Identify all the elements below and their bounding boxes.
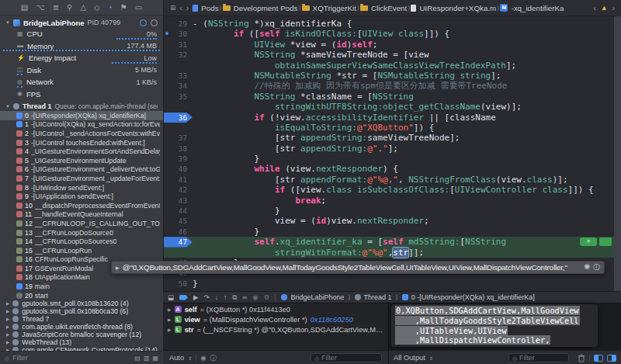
- code-line[interactable]: 32 NSString *sameViewTreeNode = [view: [164, 50, 621, 60]
- back-icon[interactable]: ‹: [180, 4, 182, 12]
- code-line[interactable]: 31 UIView *view = (id)self;: [164, 40, 621, 50]
- thread-row[interactable]: ▶JavaScriptCore bmalloc scavenger (12): [0, 331, 163, 338]
- line-number[interactable]: [164, 123, 193, 133]
- test-navigator-icon[interactable]: ◇: [94, 4, 100, 12]
- code-line[interactable]: 39 }: [164, 154, 621, 164]
- print-description-icon[interactable]: ⓘ: [593, 262, 600, 272]
- thread-row[interactable]: ▶WebThread (13): [0, 338, 163, 346]
- show-console-toggle[interactable]: [607, 355, 616, 362]
- show-running-blocks-icon[interactable]: ▥: [144, 355, 150, 362]
- code-line[interactable]: 40 while (view.nextResponder) {: [164, 164, 621, 174]
- line-number[interactable]: [164, 61, 193, 71]
- show-variables-view-toggle[interactable]: [594, 355, 603, 362]
- code-line[interactable]: 43 break;: [164, 196, 621, 206]
- stack-frame[interactable]: 15__CFRunLoopRun: [0, 246, 163, 255]
- source-control-navigator-icon[interactable]: ⌥: [36, 4, 45, 12]
- breadcrumb-item[interactable]: Pods: [193, 4, 218, 12]
- disclosure-triangle-icon[interactable]: ▶: [6, 309, 9, 314]
- breadcrumb-item[interactable]: ClickEvent: [360, 4, 407, 12]
- navigator-filter-input[interactable]: Filter: [12, 354, 28, 362]
- console-filter-field[interactable]: ◎ Filter: [508, 353, 569, 362]
- step-over-icon[interactable]: ↷: [204, 294, 210, 301]
- find-navigator-icon[interactable]: ⚲: [67, 4, 72, 12]
- line-number[interactable]: 35: [164, 92, 193, 102]
- breadcrumb-item[interactable]: UIResponder+XQka.m: [411, 4, 496, 12]
- disclosure-triangle-icon[interactable]: ▶: [6, 324, 9, 329]
- variable-row[interactable]: ▶Aself = (XQButton *) 0x11f4413e0: [163, 303, 388, 314]
- step-into-icon[interactable]: ↓: [215, 294, 218, 301]
- disclosure-triangle-icon[interactable]: ▶: [168, 317, 172, 322]
- print-description-icon[interactable]: ⓘ: [210, 355, 217, 362]
- warning-icon[interactable]: ▲: [601, 4, 608, 12]
- project-navigator-icon[interactable]: ▤: [21, 4, 28, 12]
- disclosure-triangle-icon[interactable]: ▶: [6, 301, 9, 306]
- stack-frame[interactable]: 10__dispatchPreprocessedEventFromEventQu…: [0, 201, 163, 210]
- code-line[interactable]: 46 }: [164, 227, 621, 237]
- view-mode-icon[interactable]: ▦: [152, 355, 158, 362]
- show-only-crashed-icon[interactable]: ▤: [134, 355, 141, 362]
- stack-frame[interactable]: 13__CFRunLoopDoSource0: [0, 228, 163, 237]
- forward-icon[interactable]: ›: [186, 4, 189, 12]
- breadcrumb-item[interactable]: Development Pods: [223, 4, 298, 12]
- memory-debug-icon[interactable]: [151, 19, 158, 26]
- code-line[interactable]: 50}: [164, 279, 621, 289]
- stack-frame[interactable]: 4_UIGestureEnvironmentSortAndSendDelayed…: [0, 147, 163, 156]
- thread-row[interactable]: ▶Thread 7: [0, 315, 163, 323]
- code-line[interactable]: 35 NSString *className = [NSString: [164, 92, 621, 102]
- code-line[interactable]: 41 [str appendFormat:@"%@,", NSStringFro…: [164, 175, 621, 185]
- stack-frame[interactable]: 9-[UIApplication sendEvent:]: [0, 192, 163, 201]
- disclosure-triangle-icon[interactable]: ▶: [168, 327, 172, 332]
- disclosure-triangle-icon[interactable]: ▼: [5, 104, 10, 109]
- process-row[interactable]: ▼ BridgeLabiPhone PID 40799: [0, 17, 163, 28]
- gauge-network[interactable]: ◍Network1 KB/s: [0, 76, 163, 88]
- line-number[interactable]: 43: [164, 196, 193, 206]
- stack-frame[interactable]: 12__CFRUNLOOP_IS_CALLING_OUT_TO_A_SOURCE…: [0, 219, 163, 228]
- step-out-icon[interactable]: ↑: [224, 294, 227, 301]
- code-line[interactable]: 42 if ([view.class isSubclassOfClass:[UI…: [164, 185, 621, 195]
- related-items-icon[interactable]: ⊞: [170, 4, 176, 12]
- stack-frame[interactable]: 20start: [0, 291, 163, 300]
- thread-note-icon[interactable]: ≡: [580, 237, 597, 246]
- prev-issue-icon[interactable]: ‹: [593, 4, 595, 12]
- line-number[interactable]: 33: [164, 71, 193, 81]
- thread-row[interactable]: ▶com.apple.uikit.eventfetch-thread (8): [0, 323, 163, 331]
- location-icon[interactable]: ⚙: [264, 294, 270, 301]
- line-number[interactable]: 29: [164, 19, 193, 29]
- code-line[interactable]: 30 if ([self isKindOfClass:[UIView class…: [164, 29, 621, 39]
- thread-row[interactable]: ▶gputools.smt_poll.0x108b13620 (4): [0, 300, 163, 307]
- breadcrumb-item[interactable]: XQTriggerKit: [302, 4, 356, 12]
- breakpoint-navigator-icon[interactable]: ⚑: [120, 4, 127, 12]
- stack-frame[interactable]: 1-[UIControl(XQka) xq_sendAction:to:forE…: [0, 120, 163, 130]
- debug-breadcrumb-item[interactable]: BridgeLabiPhone: [281, 293, 344, 301]
- code-line[interactable]: 44 }: [164, 206, 621, 216]
- line-number[interactable]: 46: [164, 227, 193, 237]
- code-line[interactable]: 37 [str appendString:sameViewTreeNode];: [164, 133, 621, 143]
- stack-frame[interactable]: 2-[UIControl _sendActionsForEvents:withE…: [0, 129, 163, 138]
- variables-scope-select[interactable]: Auto: [169, 354, 184, 362]
- line-number[interactable]: [164, 248, 193, 258]
- line-number[interactable]: 40: [164, 164, 193, 174]
- line-number[interactable]: 31: [164, 40, 193, 50]
- line-number[interactable]: 51: [164, 289, 193, 290]
- disclosure-triangle-icon[interactable]: ▶: [116, 265, 120, 270]
- view-hierarchy-icon[interactable]: ⧉: [232, 294, 237, 301]
- quicklook-eye-icon[interactable]: ◉: [200, 355, 206, 362]
- screenshot-icon[interactable]: ◉: [252, 294, 258, 301]
- pause-process-icon[interactable]: [140, 19, 147, 26]
- debug-navigator-icon[interactable]: ◔: [108, 4, 113, 12]
- code-line[interactable]: 29- (NSString *)xq_identifierKa {: [164, 19, 621, 29]
- console-view[interactable]: 0,XQButton,SDGAddCartView,MallGoodView ,…: [388, 303, 621, 350]
- report-navigator-icon[interactable]: ▭: [135, 4, 142, 12]
- disclosure-triangle-icon[interactable]: ▶: [168, 307, 172, 312]
- gauge-energy-impact[interactable]: ⚡Energy ImpactLow: [0, 52, 163, 64]
- stack-frame[interactable]: 3-[UIControl touchesEnded:withEvent:]: [0, 138, 163, 147]
- editor-scrollbar[interactable]: [614, 16, 621, 291]
- line-number[interactable]: 50: [164, 279, 193, 289]
- gauge-fps[interactable]: ◉FPS: [0, 88, 163, 101]
- breadcrumb-item[interactable]: M-xq_identifierKa: [500, 4, 564, 12]
- console-output-select[interactable]: All Output: [394, 354, 425, 362]
- code-area[interactable]: 29- (NSString *)xq_identifierKa {30 if (…: [164, 16, 621, 290]
- line-number[interactable]: [164, 102, 193, 112]
- gauge-cpu[interactable]: ▦CPU0%: [0, 28, 163, 40]
- stack-frame[interactable]: 11__handleEventQueueInternal: [0, 210, 163, 220]
